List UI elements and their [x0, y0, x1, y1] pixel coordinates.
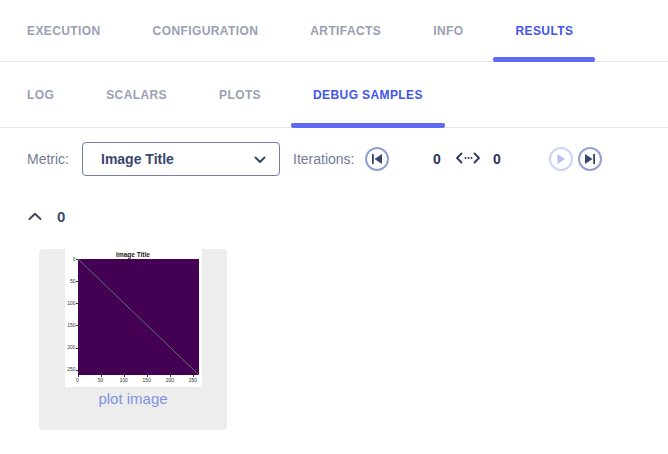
iteration-group-header[interactable]: 0 [28, 207, 668, 225]
debug-sample-thumbnail[interactable]: Image Title 0501001502002500501001502002… [39, 249, 227, 430]
iteration-max-value: 0 [490, 151, 504, 167]
secondary-tab-bar: LOG SCALARS PLOTS DEBUG SAMPLES [0, 62, 668, 128]
iteration-group-label: 0 [57, 208, 65, 225]
metric-dropdown-value: Image Title [101, 151, 174, 167]
play-next-icon [555, 153, 567, 165]
metric-dropdown[interactable]: Image Title [82, 142, 280, 176]
tab-artifacts[interactable]: ARTIFACTS [288, 0, 403, 61]
first-iteration-button[interactable] [365, 147, 389, 171]
tab-configuration[interactable]: CONFIGURATION [131, 0, 281, 61]
tab-log[interactable]: LOG [5, 62, 76, 127]
primary-tab-bar: EXECUTION CONFIGURATION ARTIFACTS INFO R… [0, 0, 668, 62]
chevron-up-icon [28, 207, 42, 225]
tab-plots[interactable]: PLOTS [197, 62, 283, 127]
skip-next-icon [583, 153, 597, 165]
last-iteration-button[interactable] [578, 147, 602, 171]
skip-previous-icon [370, 153, 384, 165]
plot-title: Image Title [65, 251, 202, 258]
chevron-down-icon [254, 150, 266, 168]
sample-caption-link[interactable]: plot image [39, 390, 227, 407]
tab-info[interactable]: INFO [411, 0, 485, 61]
iteration-min-value: 0 [430, 151, 444, 167]
plot-image-area [78, 259, 199, 375]
iterations-label: Iterations: [293, 151, 354, 167]
debug-samples-content: 0 Image Title 05010015020025005010015020… [0, 190, 668, 430]
tab-debug-samples[interactable]: DEBUG SAMPLES [291, 62, 445, 127]
sample-plot-figure: Image Title 0501001502002500501001502002… [65, 249, 202, 387]
dotted-left-right-arrow-icon [455, 150, 481, 168]
tab-results[interactable]: RESULTS [493, 0, 595, 61]
metric-label: Metric: [27, 151, 69, 167]
tab-scalars[interactable]: SCALARS [84, 62, 189, 127]
debug-samples-toolbar: Metric: Image Title Iterations: 0 0 [0, 128, 668, 190]
tab-execution[interactable]: EXECUTION [5, 0, 123, 61]
next-iteration-button[interactable] [549, 147, 573, 171]
